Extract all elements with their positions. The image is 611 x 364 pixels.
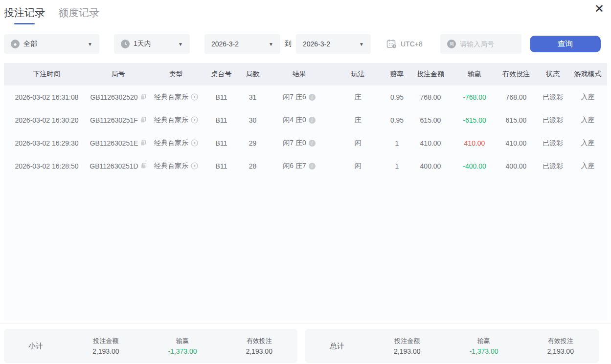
chevron-down-icon: ▼ — [88, 42, 92, 47]
result: 闲7 庄0 — [283, 139, 306, 148]
col-bet-time: 下注时间 — [4, 70, 90, 79]
subtotal-valid-bet-value: 2,193.00 — [221, 347, 297, 355]
game-type: 经典百家乐 — [154, 93, 188, 102]
total-bet-amount-value: 2,193.00 — [369, 347, 446, 355]
col-game-mode: 游戏模式 — [570, 70, 606, 79]
date-to-select[interactable]: 2026-3-2 ▼ — [296, 34, 371, 54]
odds: 0.95 — [385, 93, 408, 101]
copy-icon[interactable] — [140, 140, 146, 146]
play: 闲 — [330, 162, 385, 171]
round-no: 31 — [237, 93, 268, 101]
info-icon[interactable]: i — [309, 94, 316, 101]
tab-bar: 投注记录 额度记录 — [0, 0, 611, 24]
win-loss: -615.00 — [453, 116, 497, 124]
chevron-down-icon: ▼ — [359, 42, 364, 47]
table-no: B11 — [205, 139, 237, 147]
win-loss: -400.00 — [453, 162, 497, 170]
subtotal-win-loss-label: 输赢 — [144, 337, 221, 345]
table-no: B11 — [205, 116, 237, 124]
round-number-icon: 局 — [447, 40, 456, 48]
total-win-loss-label: 输赢 — [446, 337, 522, 345]
col-odds: 赔率 — [385, 70, 408, 79]
play-video-icon[interactable] — [191, 116, 198, 124]
table-row: 2026-03-02 16:28:50 GB112630251D 经典百家乐 B… — [4, 154, 607, 177]
bet-amount: 615.00 — [408, 116, 453, 124]
subtotal-valid-bet-label: 有效投注 — [221, 337, 297, 345]
search-button[interactable]: 查询 — [530, 36, 601, 52]
info-icon[interactable]: i — [309, 117, 316, 124]
table-no: B11 — [205, 162, 237, 170]
info-icon[interactable]: i — [309, 163, 316, 170]
game-type-value: 全部 — [23, 40, 37, 48]
tab-betting-records[interactable]: 投注记录 — [4, 6, 45, 24]
round-no: 29 — [237, 139, 268, 147]
total-bet-amount-label: 投注金额 — [369, 337, 446, 345]
game-mode: 入座 — [570, 93, 606, 102]
table-row: 2026-03-02 16:31:08 GB1126302520 经典百家乐 B… — [4, 86, 607, 108]
total-valid-bet-value: 2,193.00 — [522, 347, 599, 355]
clock-icon — [121, 40, 130, 48]
play-video-icon[interactable] — [191, 93, 198, 101]
chevron-down-icon: ▼ — [178, 42, 183, 47]
summary-footer: 小计 投注金额 2,193.00 输赢 -1,373.00 有效投注 2,193… — [0, 323, 611, 363]
date-to-label: 到 — [280, 40, 296, 48]
odds: 1 — [385, 139, 408, 147]
total-win-loss-value: -1,373.00 — [446, 347, 522, 355]
time-range-select[interactable]: 1天内 ▼ — [114, 34, 190, 54]
subtotal-bet-amount-label: 投注金额 — [68, 337, 144, 345]
play: 闲 — [330, 139, 385, 148]
date-to-value: 2026-3-2 — [303, 40, 330, 48]
round-id: GB1126302520 — [90, 93, 137, 101]
timezone-indicator: UTC+8 — [386, 39, 424, 49]
odds: 0.95 — [385, 116, 408, 124]
odds: 1 — [385, 162, 408, 170]
bet-time: 2026-03-02 16:30:20 — [4, 116, 90, 124]
play-video-icon[interactable] — [191, 139, 198, 147]
round-id: GB112630251E — [90, 139, 138, 147]
tab-betting-records-label: 投注记录 — [4, 7, 45, 18]
chevron-down-icon: ▼ — [269, 42, 273, 47]
copy-icon[interactable] — [140, 94, 146, 100]
table-row: 2026-03-02 16:29:30 GB112630251E 经典百家乐 B… — [4, 131, 607, 154]
subtotal-valid-bet: 有效投注 2,193.00 — [221, 337, 297, 355]
filter-bar: ♠ 全部 ▼ 1天内 ▼ 2026-3-2 ▼ 到 2026-3-2 ▼ — [0, 34, 611, 54]
total-title: 总计 — [305, 342, 369, 351]
active-tab-underline — [14, 23, 35, 24]
total-valid-bet: 有效投注 2,193.00 — [522, 337, 599, 355]
col-table-no: 桌台号 — [205, 70, 237, 79]
date-from-value: 2026-3-2 — [211, 40, 239, 48]
game-type: 经典百家乐 — [154, 162, 188, 171]
game-type-select[interactable]: ♠ 全部 ▼ — [4, 34, 99, 54]
info-icon[interactable]: i — [309, 140, 316, 147]
tab-quota-records-label: 额度记录 — [58, 7, 99, 18]
tab-quota-records[interactable]: 额度记录 — [58, 6, 99, 20]
play-video-icon[interactable] — [191, 162, 198, 170]
result: 闲4 庄0 — [283, 116, 306, 125]
col-result: 结果 — [268, 70, 330, 79]
col-win-loss: 输赢 — [453, 70, 497, 79]
betting-records-table: 下注时间 局号 类型 桌台号 局数 结果 玩法 赔率 投注金额 输赢 有效投注 … — [0, 63, 611, 321]
win-loss: -768.00 — [453, 93, 497, 101]
total-win-loss: 输赢 -1,373.00 — [446, 337, 522, 355]
col-round-id: 局号 — [90, 70, 147, 79]
table-header-row: 下注时间 局号 类型 桌台号 局数 结果 玩法 赔率 投注金额 输赢 有效投注 … — [4, 63, 607, 86]
table-row: 2026-03-02 16:30:20 GB112630251F 经典百家乐 B… — [4, 108, 607, 131]
subtotal-box: 小计 投注金额 2,193.00 输赢 -1,373.00 有效投注 2,193… — [4, 329, 297, 363]
status: 已派彩 — [536, 116, 570, 125]
valid-bet: 400.00 — [497, 162, 536, 170]
round-id: GB112630251D — [90, 162, 138, 170]
valid-bet: 768.00 — [497, 93, 536, 101]
status: 已派彩 — [536, 162, 570, 171]
date-from-select[interactable]: 2026-3-2 ▼ — [204, 34, 280, 54]
game-type: 经典百家乐 — [154, 139, 188, 148]
game-mode: 入座 — [570, 116, 606, 125]
copy-icon[interactable] — [141, 163, 147, 169]
round-number-input[interactable] — [460, 40, 515, 48]
play: 庄 — [330, 93, 385, 102]
close-icon[interactable]: ✕ — [591, 1, 607, 17]
result: 闲7 庄6 — [283, 93, 306, 102]
copy-icon[interactable] — [140, 117, 146, 123]
valid-bet: 615.00 — [497, 116, 536, 124]
status: 已派彩 — [536, 93, 570, 102]
round-id: GB112630251F — [90, 116, 138, 124]
